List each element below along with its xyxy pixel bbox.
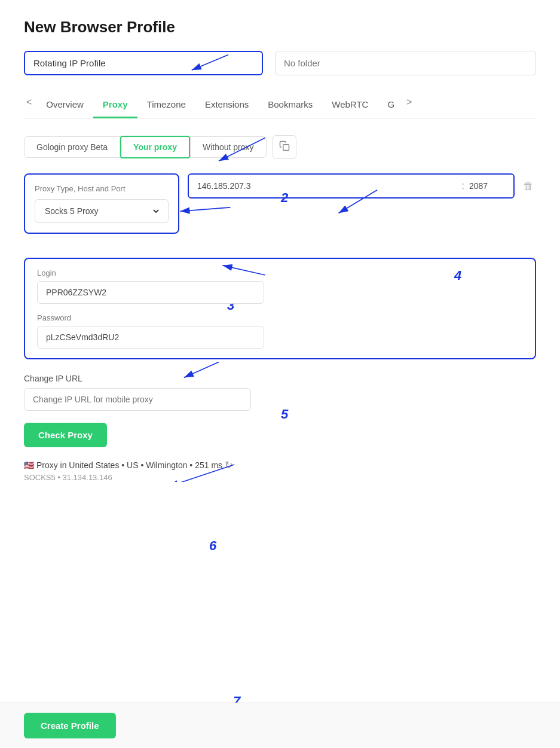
proxy-status-sub: SOCKS5 • 31.134.13.146	[24, 473, 536, 482]
annotation-5: 5	[281, 407, 288, 422]
profile-name-input[interactable]	[24, 51, 263, 75]
refresh-icon[interactable]: ↻	[225, 460, 232, 470]
tab-extensions[interactable]: Extensions	[195, 93, 258, 118]
port-input[interactable]	[469, 181, 505, 191]
proxy-host-right: : 🗑	[188, 173, 536, 199]
tab-nav-left[interactable]: <	[24, 97, 34, 115]
paste-proxy-btn[interactable]	[273, 135, 296, 159]
tab-g[interactable]: G	[378, 93, 404, 118]
create-profile-button[interactable]: Create Profile	[24, 713, 116, 738]
tabs-container: < Overview Proxy Timezone Extensions Boo…	[24, 93, 536, 118]
password-label: Password	[37, 313, 523, 322]
folder-input[interactable]	[275, 51, 536, 75]
tab-proxy[interactable]: Proxy	[93, 93, 137, 118]
page-title: New Browser Profile	[24, 18, 536, 36]
ip-port-box: :	[188, 173, 515, 199]
without-proxy-btn[interactable]: Without proxy	[190, 136, 267, 158]
profile-row	[24, 51, 536, 75]
proxy-status: 🇺🇸 Proxy in United States • US • Wilming…	[24, 459, 536, 471]
gologin-proxy-btn[interactable]: Gologin proxy Beta	[24, 136, 120, 158]
delete-proxy-btn[interactable]: 🗑	[521, 178, 536, 195]
port-separator: :	[462, 181, 464, 191]
credentials-section: Login Password	[24, 258, 536, 359]
login-field-group: Login	[37, 268, 523, 304]
tab-nav-right[interactable]: >	[404, 97, 414, 115]
flag-icon: 🇺🇸	[24, 460, 34, 470]
change-ip-input[interactable]	[24, 388, 251, 411]
login-label: Login	[37, 268, 523, 277]
proxy-status-text: Proxy in United States • US • Wilmington…	[36, 460, 222, 470]
proxy-host-section: Proxy Type, Host and Port Socks 5 Proxy …	[24, 173, 179, 234]
password-input[interactable]	[37, 326, 264, 349]
ip-input[interactable]	[197, 181, 457, 191]
password-field-group: Password	[37, 313, 523, 349]
proxy-type-dropdown[interactable]: Socks 5 Proxy HTTP Proxy HTTPS Proxy Soc…	[42, 206, 161, 216]
annotation-6: 6	[209, 538, 216, 554]
check-proxy-button[interactable]: Check Proxy	[24, 423, 107, 447]
tab-webrtc[interactable]: WebRTC	[322, 93, 378, 118]
your-proxy-btn[interactable]: Your proxy	[120, 136, 190, 158]
login-input[interactable]	[37, 281, 264, 304]
proxy-selector: Gologin proxy Beta Your proxy Without pr…	[24, 135, 536, 159]
proxy-type-select[interactable]: Socks 5 Proxy HTTP Proxy HTTPS Proxy Soc…	[35, 199, 169, 223]
tab-timezone[interactable]: Timezone	[137, 93, 195, 118]
bottom-bar: Create Profile	[0, 703, 560, 748]
tab-overview[interactable]: Overview	[36, 93, 93, 118]
svg-rect-0	[283, 145, 289, 151]
change-ip-section: Change IP URL	[24, 374, 536, 411]
change-ip-label: Change IP URL	[24, 374, 536, 383]
proxy-type-label: Proxy Type, Host and Port	[35, 184, 169, 193]
tab-bookmarks[interactable]: Bookmarks	[258, 93, 322, 118]
